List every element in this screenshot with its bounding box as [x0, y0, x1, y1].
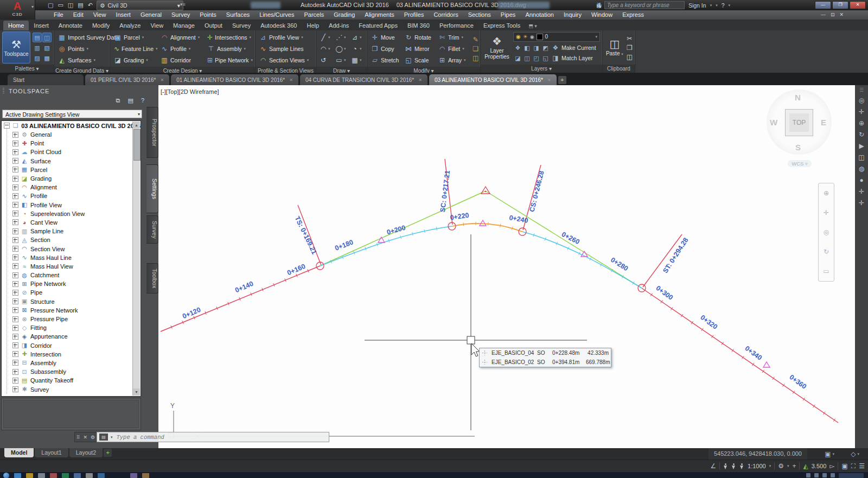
ribbon-tab[interactable]: Help: [302, 21, 324, 30]
layout-tab[interactable]: Layout2: [69, 448, 103, 457]
ribbon-tab[interactable]: Autodesk 360: [256, 21, 302, 30]
menu-item[interactable]: Window: [586, 10, 617, 20]
expand-icon[interactable]: [12, 298, 18, 304]
expand-icon[interactable]: [12, 149, 18, 155]
taskbar-icon[interactable]: [142, 473, 149, 478]
expand-icon[interactable]: [12, 378, 18, 384]
scroll-down-icon[interactable]: ▼: [133, 388, 140, 396]
ribbon-tab[interactable]: Home: [3, 21, 29, 30]
layer-tool-icon[interactable]: ◰: [532, 53, 541, 63]
view-mode-toggle[interactable]: ◇▾: [851, 449, 859, 458]
properties-icon[interactable]: ▤: [127, 97, 133, 104]
doc-close-icon[interactable]: ✕: [839, 10, 844, 20]
menu-item[interactable]: Express: [617, 10, 649, 20]
menu-item[interactable]: Corridors: [429, 10, 463, 20]
ribbon-tab[interactable]: Survey: [227, 21, 256, 30]
elevation-value[interactable]: 3.500: [812, 463, 827, 469]
ribbon-button[interactable]: ∿ Feature Line▾: [112, 43, 159, 54]
expand-icon[interactable]: [12, 219, 18, 225]
layer-properties-button[interactable]: ❖ Layer Properties: [483, 31, 511, 63]
drawing-tab[interactable]: 01 ALINEAMIENTO BASICO CIVIL 3D 2016*✕: [171, 74, 298, 85]
start-button[interactable]: [3, 473, 9, 478]
item-view-icon[interactable]: ⧉: [116, 97, 120, 104]
menu-item[interactable]: Lines/Curves: [254, 10, 299, 20]
tree-item[interactable]: ◍ Catchment: [2, 271, 141, 279]
ribbon-button[interactable]: ∿ Sample Lines: [258, 43, 310, 54]
taskbar-icon[interactable]: [86, 473, 93, 478]
annotation-scale-icon[interactable]: [739, 463, 744, 469]
tree-item[interactable]: ◨ Corridor: [2, 341, 141, 350]
tree-item[interactable]: ◬ Section: [2, 235, 141, 244]
drawing-tab[interactable]: 03 ALINEAMIENTO BASICO CIVIL 3D 2016*✕: [429, 74, 557, 85]
application-menu-button[interactable]: A C3D ▾: [0, 0, 35, 20]
taskbar-icon[interactable]: [38, 473, 45, 478]
menu-item[interactable]: Edit: [68, 10, 88, 20]
doc-restore-icon[interactable]: ⊡: [831, 10, 835, 20]
expand-icon[interactable]: [12, 290, 18, 296]
expand-icon[interactable]: [12, 193, 18, 199]
expand-icon[interactable]: [12, 351, 18, 357]
menu-item[interactable]: Inquiry: [559, 10, 586, 20]
customization-menu-icon[interactable]: ☰: [859, 462, 865, 470]
chevron-down-icon[interactable]: ▾: [729, 3, 731, 8]
toolspace-title[interactable]: TOOLSPACE: [0, 86, 146, 96]
toolspace-button[interactable]: ⚒ Toolspace: [2, 31, 30, 63]
ribbon-button[interactable]: ❖ Make Current: [550, 43, 598, 53]
tray-icon[interactable]: [814, 473, 819, 477]
close-icon[interactable]: ✕: [547, 78, 551, 82]
scrollbar-thumb[interactable]: [133, 129, 141, 161]
expand-icon[interactable]: [12, 167, 18, 173]
ribbon-tab[interactable]: View: [145, 21, 168, 30]
menu-item[interactable]: View: [88, 10, 111, 20]
ribbon-button[interactable]: ✄ Trim▾: [437, 31, 470, 43]
clipboard-tool-icon[interactable]: ❐: [627, 44, 633, 52]
ribbon-tab[interactable]: Annotate: [54, 21, 87, 30]
palette-toggle-icon[interactable]: ▨: [33, 53, 42, 63]
palette-toggle-icon[interactable]: ▥: [33, 43, 42, 53]
ribbon-tab[interactable]: Analyze: [114, 21, 145, 30]
tree-item[interactable]: ◠ Alignment: [2, 183, 141, 192]
expand-icon[interactable]: [12, 263, 18, 269]
new-layout-button[interactable]: +: [104, 449, 112, 457]
expand-icon[interactable]: [12, 246, 18, 252]
tree-item[interactable]: ◕ Cant View: [2, 218, 141, 227]
ribbon-button[interactable]: ◪ Grading▾: [112, 54, 159, 66]
sphere-icon[interactable]: ●: [859, 176, 863, 184]
workspace-switcher[interactable]: ⚙ Civil 3D ▾: [97, 1, 183, 10]
recent-commands-icon[interactable]: ▤: [99, 434, 108, 441]
ribbon-display-toggle[interactable]: ⬒ ▾: [525, 22, 540, 30]
tree-item[interactable]: ◭ Surface: [2, 157, 141, 165]
tree-item[interactable]: ☁ Point Cloud: [2, 148, 141, 156]
draw-tool-icon[interactable]: ↺: [318, 54, 334, 66]
ribbon-button[interactable]: ❐ Copy: [369, 43, 403, 54]
graph-icon[interactable]: ∠: [710, 462, 716, 470]
draw-tool-icon[interactable]: ⋰▾: [334, 31, 350, 43]
close-icon[interactable]: ✕: [289, 78, 293, 82]
menu-item[interactable]: Alignments: [360, 10, 399, 20]
a360-icon[interactable]: ◮: [597, 2, 604, 7]
taskbar-icon[interactable]: [130, 473, 137, 478]
ribbon-tab[interactable]: BIM 360: [403, 21, 435, 30]
menu-item[interactable]: Grading: [329, 10, 360, 20]
ribbon-tab[interactable]: Modify: [87, 21, 114, 30]
expand-icon[interactable]: [12, 369, 18, 375]
draw-tool-icon[interactable]: ▭▾: [334, 54, 350, 66]
layer-tool-icon[interactable]: ◧: [522, 43, 532, 53]
menu-item[interactable]: Surfaces: [221, 10, 254, 20]
expand-icon[interactable]: [12, 254, 18, 260]
chevron-down-icon[interactable]: ▾: [716, 3, 718, 8]
tree-item[interactable]: ✚ Intersection: [2, 350, 141, 359]
tree-item[interactable]: ▥ Sample Line: [2, 227, 141, 235]
ribbon-button[interactable]: ↻ Rotate: [403, 31, 437, 43]
expand-icon[interactable]: [12, 272, 18, 278]
ribbon-tab[interactable]: Insert: [29, 21, 54, 30]
menu-item[interactable]: Annotation: [520, 10, 559, 20]
expand-icon[interactable]: [12, 202, 18, 208]
tree-item[interactable]: ⊞ Pipe Network: [2, 279, 141, 288]
autoscale-icon[interactable]: [731, 463, 736, 469]
expand-icon[interactable]: [12, 342, 18, 348]
tree-item[interactable]: ◈ Appurtenance: [2, 332, 141, 341]
tray-icon[interactable]: [822, 473, 827, 477]
menu-item[interactable]: Insert: [111, 10, 136, 20]
expand-icon[interactable]: [12, 176, 18, 182]
